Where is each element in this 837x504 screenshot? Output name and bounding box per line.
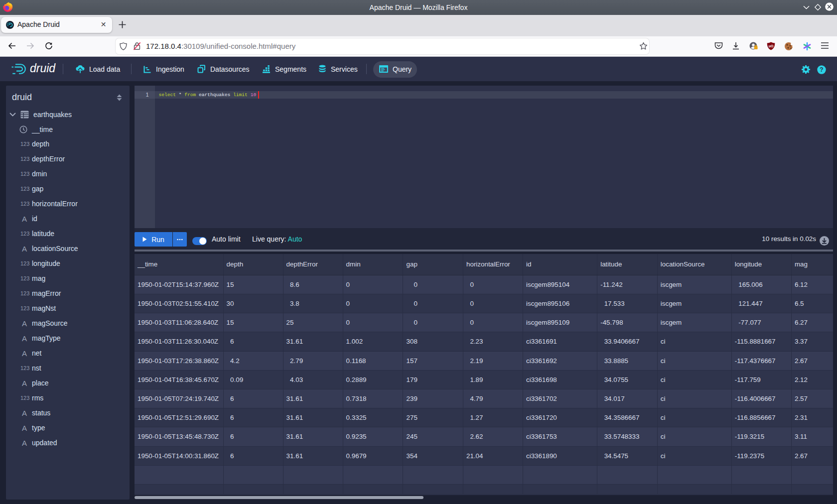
- svg-text:uO: uO: [769, 44, 774, 48]
- svg-text:?: ?: [820, 66, 823, 73]
